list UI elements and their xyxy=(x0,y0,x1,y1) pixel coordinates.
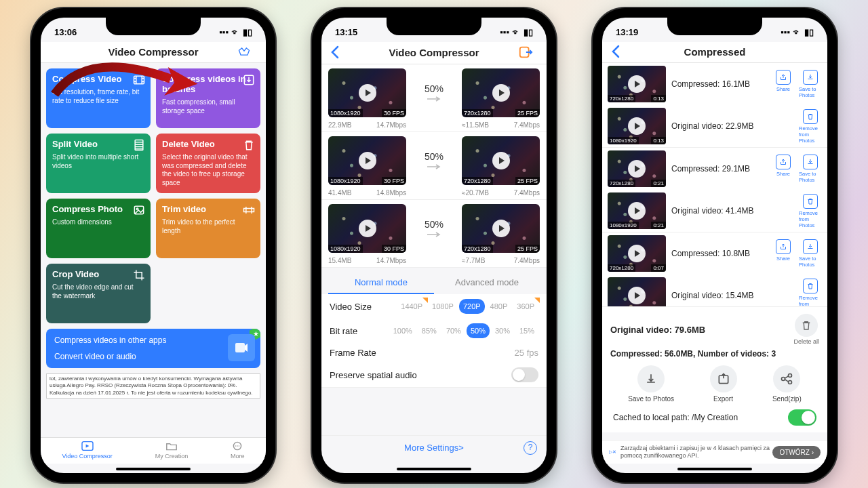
video-thumb[interactable]: 720x12800:21 xyxy=(608,150,666,187)
video-thumb[interactable]: 720x12800:13 xyxy=(608,66,666,102)
source-thumb[interactable]: 1080x192030 FPS xyxy=(328,136,406,185)
share-button[interactable]: Share xyxy=(772,155,795,183)
original-row: 1080x19200:13Original video: 22.9MBRemov… xyxy=(602,105,827,148)
video-thumb[interactable]: 1080x19200:13 xyxy=(608,108,666,144)
orig-text: Original video: 15.4MB xyxy=(671,291,793,300)
image-icon xyxy=(132,203,146,218)
result-res: 488x868 xyxy=(462,109,493,117)
action-save-photos[interactable]: Save to Photos xyxy=(628,365,674,403)
tile-compress-videos-in-batches[interactable]: Compress videos in batchesFast compressi… xyxy=(156,68,260,128)
premium-icon[interactable] xyxy=(237,45,258,58)
tile-compress-photo[interactable]: Compress PhotoCustom dimensions xyxy=(46,199,151,258)
chip-360p[interactable]: 360P xyxy=(513,299,538,314)
orig-text: Original video: 22.9MB xyxy=(671,121,793,131)
export-icon[interactable] xyxy=(518,45,538,60)
remove-photos-button[interactable]: Remove from Photos xyxy=(799,194,822,228)
tab-more[interactable]: More xyxy=(231,441,245,460)
save-photos-button[interactable]: Save to Photos xyxy=(799,70,822,98)
toggle-spatial-audio[interactable] xyxy=(511,367,538,382)
result-fps: 25 FPS xyxy=(515,109,540,117)
result-thumb[interactable]: 720x128025 FPS xyxy=(462,68,540,117)
phone-frame-1: 13:06 ▪▪▪ᯤ▮▯ Video Compressor Compress V… xyxy=(31,8,275,483)
source-thumb[interactable]: 1080x192030 FPS xyxy=(328,204,406,253)
tile-delete-video[interactable]: Delete VideoSelect the original video th… xyxy=(156,134,260,193)
promo-card[interactable]: ★ Compress videos in other apps Convert … xyxy=(46,329,260,368)
svg-point-11 xyxy=(237,445,238,447)
compression-rows: 1080x192030 FPS50%720x128025 FPS22.9MB14… xyxy=(321,64,547,268)
video-thumb[interactable]: 1080x19200:21 xyxy=(608,192,666,229)
action-send-zip[interactable]: Send(zip) xyxy=(772,365,802,403)
label-video-size: Video Size xyxy=(330,302,372,312)
save-photos-button[interactable]: Save to Photos xyxy=(799,155,822,183)
cache-toggle[interactable] xyxy=(788,409,816,426)
screen-3: 13:19 ▪▪▪ᯤ▮▯ Compressed 720x12800:13Comp… xyxy=(602,18,827,473)
summary-original: Original video: 79.6MB xyxy=(610,325,705,335)
more-settings-button[interactable]: More Settings> ? xyxy=(321,435,547,460)
back-button[interactable] xyxy=(330,45,350,59)
svg-point-17 xyxy=(789,381,792,384)
chip-480p[interactable]: 480P xyxy=(486,299,512,314)
row-framerate[interactable]: Frame Rate 25 fps xyxy=(321,343,547,363)
label-framerate: Frame Rate xyxy=(330,348,376,358)
action-export[interactable]: Export xyxy=(710,365,737,403)
download-icon xyxy=(241,73,256,87)
tile-compress-video[interactable]: Compress VideoSet resolution, frame rate… xyxy=(46,68,151,128)
tab-normal-mode[interactable]: Normal mode xyxy=(328,272,434,294)
cache-path: Cached to local path: /My Creation xyxy=(613,413,738,422)
row-video-size: Video Size 1440P1080P720P480P360P xyxy=(321,294,547,319)
chips-bitrate: 100%85%70%50%30%15% xyxy=(389,323,538,338)
home-indicator[interactable] xyxy=(677,468,752,470)
ad-cta-button[interactable]: OTWÓRZ › xyxy=(772,446,821,459)
delete-all-button[interactable] xyxy=(795,314,818,337)
tab-advanced-mode[interactable]: Advanced mode xyxy=(434,272,540,294)
clock: 13:15 xyxy=(335,27,357,37)
tile-desc: Set resolution, frame rate, bit rate to … xyxy=(52,88,144,105)
chip-1440p[interactable]: 1440P xyxy=(397,299,427,314)
nav-bar: Compressed xyxy=(602,42,827,63)
home-indicator[interactable] xyxy=(397,468,471,470)
remove-photos-button[interactable]: Remove from Photos xyxy=(799,109,822,144)
feature-grid: Compress VideoSet resolution, frame rate… xyxy=(41,63,266,329)
home-indicator[interactable] xyxy=(116,468,191,470)
tab-compressor[interactable]: Video Compressor xyxy=(62,441,112,460)
filmstrip-icon xyxy=(132,138,146,152)
chip-15pct[interactable]: 15% xyxy=(515,323,538,338)
tile-desc: Custom dimensions xyxy=(52,218,144,227)
chip-1080p[interactable]: 1080P xyxy=(428,299,458,314)
ad-banner[interactable]: lot, zawierania i wykonywania umów o kre… xyxy=(46,373,260,399)
video-thumb[interactable]: 720x12800:07 xyxy=(608,235,666,272)
tile-split-video[interactable]: Split VideoSplit video into multiple sho… xyxy=(46,134,151,193)
chip-100pct[interactable]: 100% xyxy=(389,323,416,338)
comp-text: Compressed: 29.1MB xyxy=(671,164,766,174)
chip-720p[interactable]: 720P xyxy=(459,299,485,314)
svg-rect-1 xyxy=(134,76,144,84)
svg-rect-6 xyxy=(244,209,254,212)
film-icon xyxy=(132,73,146,87)
help-icon[interactable]: ? xyxy=(524,441,537,455)
chips-video-size: 1440P1080P720P480P360P xyxy=(397,299,538,314)
tile-crop-video[interactable]: Crop VideoCut the video edge and cut the… xyxy=(46,264,151,323)
promo-line-2: Convert video or audio xyxy=(54,352,252,361)
ad-banner[interactable]: ▷✕ Zarządzaj obiektami i zapisuj je w 4 … xyxy=(602,440,827,464)
result-thumb[interactable]: 720x128025 FPS xyxy=(462,136,540,185)
tab-my-creation[interactable]: My Creation xyxy=(155,441,189,460)
share-button[interactable]: Share xyxy=(772,239,795,268)
wifi-icon: ᯤ xyxy=(231,27,240,37)
chip-70pct[interactable]: 70% xyxy=(442,323,465,338)
back-button[interactable] xyxy=(610,45,631,58)
chip-85pct[interactable]: 85% xyxy=(418,323,441,338)
tile-trim-video[interactable]: Trim videoTrim video to the perfect leng… xyxy=(156,199,260,258)
label-spatial-audio: Preserve spatial audio xyxy=(330,370,417,380)
result-res: 488x868 xyxy=(462,245,493,253)
save-photos-button[interactable]: Save to Photos xyxy=(799,239,822,268)
share-button[interactable]: Share xyxy=(772,70,795,98)
clock: 13:19 xyxy=(616,27,638,37)
trash-icon xyxy=(241,138,256,152)
result-thumb[interactable]: 720x128025 FPS xyxy=(462,204,540,253)
tile-desc: Select the original video that was compr… xyxy=(162,153,254,187)
label-bitrate: Bit rate xyxy=(330,326,357,336)
chip-50pct[interactable]: 50% xyxy=(467,323,490,338)
chip-30pct[interactable]: 30% xyxy=(491,323,514,338)
source-thumb[interactable]: 1080x192030 FPS xyxy=(328,68,406,117)
phone-frame-3: 13:19 ▪▪▪ᯤ▮▯ Compressed 720x12800:13Comp… xyxy=(593,8,837,483)
